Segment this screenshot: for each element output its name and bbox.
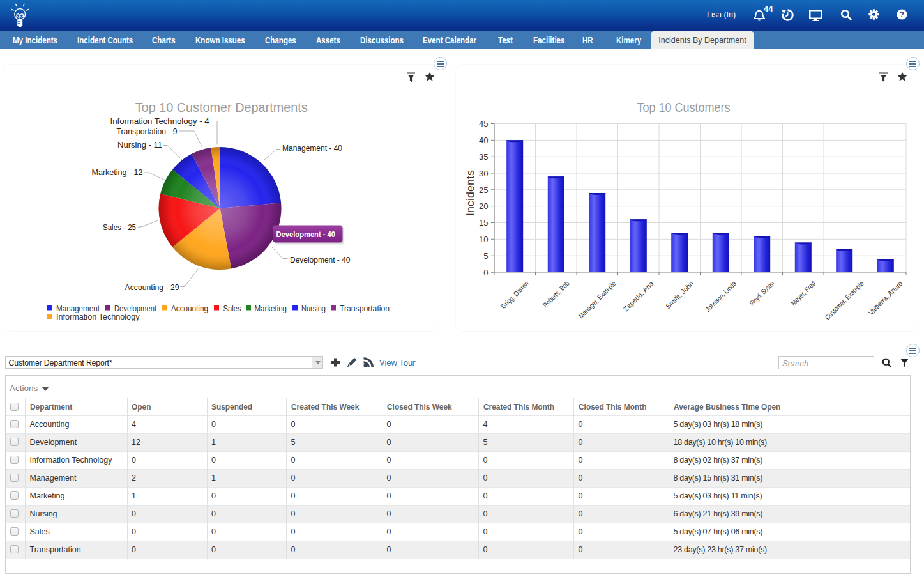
- svg-text:5: 5: [483, 251, 488, 261]
- svg-text:25: 25: [479, 185, 488, 195]
- svg-text:20: 20: [479, 201, 488, 211]
- svg-text:Johnson, Linda: Johnson, Linda: [704, 279, 738, 313]
- svg-text:Sales: Sales: [223, 304, 241, 313]
- svg-text:Marketing: Marketing: [255, 304, 287, 313]
- svg-text:Manager, Example: Manager, Example: [577, 279, 617, 320]
- svg-text:Transportation - 9: Transportation - 9: [117, 127, 178, 136]
- svg-text:Accounting - 29: Accounting - 29: [125, 282, 179, 292]
- svg-text:35: 35: [479, 152, 488, 162]
- svg-text:40: 40: [479, 135, 488, 145]
- svg-text:Roberts, Bob: Roberts, Bob: [542, 279, 571, 309]
- svg-text:Top 10 Customer Departments: Top 10 Customer Departments: [135, 100, 308, 114]
- svg-text:Development - 40: Development - 40: [276, 229, 336, 239]
- svg-text:45: 45: [479, 119, 488, 128]
- svg-text:Management - 40: Management - 40: [282, 143, 342, 153]
- svg-text:Information Technology - 4: Information Technology - 4: [110, 116, 209, 126]
- svg-text:Accounting: Accounting: [171, 304, 208, 313]
- svg-text:Nursing: Nursing: [301, 304, 326, 313]
- svg-text:Smith, John: Smith, John: [664, 279, 695, 310]
- svg-text:Grigg, Darren: Grigg, Darren: [499, 279, 530, 310]
- svg-text:Nursing - 11: Nursing - 11: [117, 140, 162, 150]
- svg-text:Information Technology: Information Technology: [56, 312, 140, 321]
- svg-text:30: 30: [479, 169, 488, 178]
- svg-text:10: 10: [479, 235, 488, 244]
- svg-text:Sales - 25: Sales - 25: [103, 222, 136, 232]
- svg-text:Development - 40: Development - 40: [290, 255, 351, 265]
- svg-text:Floyd, Susan: Floyd, Susan: [748, 279, 776, 307]
- svg-text:Customer, Example: Customer, Example: [823, 279, 865, 321]
- svg-text:15: 15: [479, 218, 488, 228]
- svg-text:Meyer, Fred: Meyer, Fred: [789, 279, 817, 307]
- svg-text:Valtierra, Arturo: Valtierra, Arturo: [867, 279, 904, 316]
- svg-text:Transportation: Transportation: [340, 304, 390, 313]
- svg-text:Zepeda, Ana: Zepeda, Ana: [622, 279, 656, 313]
- svg-text:Top 10 Customers: Top 10 Customers: [637, 100, 731, 114]
- svg-text:Marketing - 12: Marketing - 12: [92, 167, 143, 177]
- svg-text:Incidents: Incidents: [465, 170, 476, 216]
- svg-text:0: 0: [483, 268, 488, 277]
